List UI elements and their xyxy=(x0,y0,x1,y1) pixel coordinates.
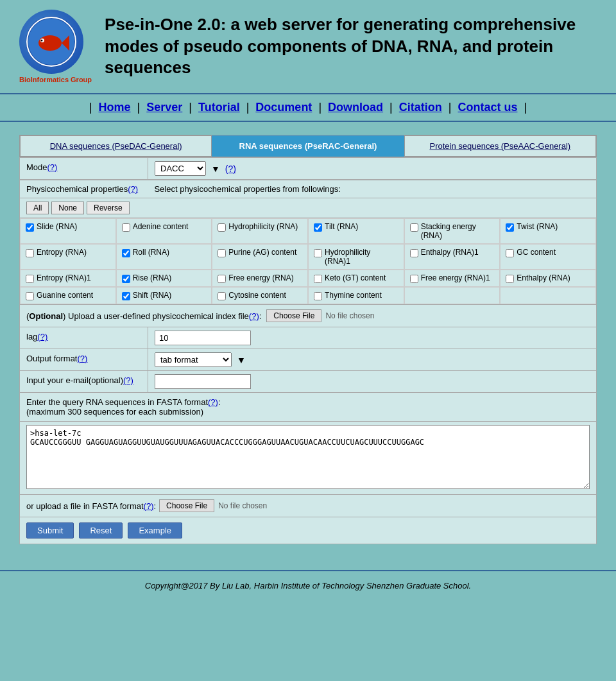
tab-dna[interactable]: DNA sequences (PseDAC-General) xyxy=(20,135,212,157)
output-format-select[interactable]: tab format csv format tsv format xyxy=(155,352,232,367)
logo-container: BioInformatics Group xyxy=(19,10,92,83)
reverse-button[interactable]: Reverse xyxy=(87,202,130,214)
checkbox-tilt-rna[interactable] xyxy=(314,223,322,232)
optional-no-file-text: No file chosen xyxy=(325,311,374,320)
prop-roll-rna: Roll (RNA) xyxy=(116,244,212,270)
output-format-value-cell: tab format csv format tsv format ▼ xyxy=(148,349,596,370)
footer: Copyright@2017 By Liu Lab, Harbin Instit… xyxy=(0,570,616,600)
prop-free-energy-rna1: Free energy (RNA)1 xyxy=(404,270,501,287)
checkbox-adenine-content[interactable] xyxy=(122,223,130,232)
fasta-file-wrapper: Choose File No file chosen xyxy=(159,499,267,512)
logo-image xyxy=(19,10,83,74)
prop-thymine-content: Thymine content xyxy=(308,287,404,304)
nav-download[interactable]: Download xyxy=(328,101,383,114)
checkbox-entropy-rna1[interactable] xyxy=(26,275,34,283)
checkbox-rise-rna[interactable] xyxy=(122,275,130,283)
checkbox-slide-rna[interactable] xyxy=(26,223,34,232)
mode-value-cell: DACC ACC AC ▼ (?) xyxy=(148,158,596,179)
logo-text: BioInformatics Group xyxy=(19,76,92,83)
optional-bold: Optional xyxy=(29,311,63,321)
checkbox-gc-content[interactable] xyxy=(506,249,514,257)
checkbox-enthalpy-rna1[interactable] xyxy=(410,249,418,257)
prop-empty2 xyxy=(500,287,596,304)
prop-purine-ag: Purine (AG) content xyxy=(212,244,308,270)
nav-home[interactable]: Home xyxy=(99,101,131,114)
checkbox-stacking-energy-rna[interactable] xyxy=(410,223,418,232)
properties-grid: Slide (RNA) Adenine content Hydrophilici… xyxy=(19,218,597,305)
site-title: Pse-in-One 2.0: a web server for generat… xyxy=(105,14,597,79)
checkbox-roll-rna[interactable] xyxy=(122,249,130,257)
mode-row: Mode(?) DACC ACC AC ▼ (?) xyxy=(19,157,597,180)
nav-contact[interactable]: Contact us xyxy=(458,101,517,114)
prop-twist-rna: Twist (RNA) xyxy=(500,218,596,244)
prop-rise-rna: Rise (RNA) xyxy=(116,270,212,287)
props-buttons-row: All None Reverse xyxy=(19,198,597,218)
mode-select[interactable]: DACC ACC AC xyxy=(155,161,206,176)
submit-button[interactable]: Submit xyxy=(26,522,74,539)
lag-input[interactable] xyxy=(155,331,251,345)
prop-adenine-content: Adenine content xyxy=(116,218,212,244)
props-help-link[interactable]: (?) xyxy=(128,184,138,194)
svg-point-5 xyxy=(41,40,43,42)
checkbox-thymine-content[interactable] xyxy=(314,292,322,300)
fasta-choose-file-button[interactable]: Choose File xyxy=(159,499,214,512)
fasta-textarea[interactable]: >hsa-let-7c GCAUCCGGGUU GAGGUAGUAGGUUGUA… xyxy=(26,425,590,489)
lag-label: lag(?) xyxy=(20,327,148,349)
prop-hydrophilicity-rna1: Hydrophilicity (RNA)1 xyxy=(308,244,404,270)
svg-point-2 xyxy=(38,35,62,51)
prop-free-energy-rna: Free energy (RNA) xyxy=(212,270,308,287)
example-button[interactable]: Example xyxy=(128,522,182,539)
fasta-no-file-text: No file chosen xyxy=(218,501,267,510)
prop-gc-content: GC content xyxy=(500,244,596,270)
checkbox-free-energy-rna[interactable] xyxy=(218,275,226,283)
checkbox-cytosine-content[interactable] xyxy=(218,292,226,300)
checkbox-free-energy-rna1[interactable] xyxy=(410,275,418,283)
all-button[interactable]: All xyxy=(26,202,49,214)
prop-entropy-rna: Entropy (RNA) xyxy=(20,244,116,270)
nav-document[interactable]: Document xyxy=(255,101,312,114)
fasta-help-link[interactable]: (?) xyxy=(208,397,218,407)
optional-help-link[interactable]: (?) xyxy=(249,311,259,321)
checkbox-hydrophilicity-rna1[interactable] xyxy=(314,249,322,257)
mode-label: Mode(?) xyxy=(20,158,148,179)
checkbox-keto-gt[interactable] xyxy=(314,275,322,283)
optional-upload-row: (Optional) Upload a user-defined physico… xyxy=(19,305,597,327)
header: BioInformatics Group Pse-in-One 2.0: a w… xyxy=(0,0,616,93)
mode-help-link[interactable]: (?) xyxy=(47,162,58,172)
nav-server[interactable]: Server xyxy=(146,101,182,114)
checkbox-enthalpy-rna[interactable] xyxy=(506,275,514,283)
prop-keto-gt: Keto (GT) content xyxy=(308,270,404,287)
lag-value-cell xyxy=(148,327,596,349)
nav-citation[interactable]: Citation xyxy=(399,101,442,114)
prop-enthalpy-rna: Enthalpy (RNA) xyxy=(500,270,596,287)
none-button[interactable]: None xyxy=(51,202,84,214)
action-buttons-row: Submit Reset Example xyxy=(19,517,597,544)
checkbox-guanine-content[interactable] xyxy=(26,292,34,300)
prop-shift-rna: Shift (RNA) xyxy=(116,287,212,304)
reset-button[interactable]: Reset xyxy=(79,522,123,539)
output-help-link[interactable]: (?) xyxy=(77,354,87,363)
email-value-cell xyxy=(148,371,596,392)
email-help-link[interactable]: (?) xyxy=(123,375,133,385)
lag-help-link[interactable]: (?) xyxy=(37,332,47,341)
mode-help2-link[interactable]: (?) xyxy=(225,164,236,174)
lag-row: lag(?) xyxy=(19,327,597,349)
nav-bar: | Home | Server | Tutorial | Document | … xyxy=(0,93,616,122)
checkbox-twist-rna[interactable] xyxy=(506,223,514,232)
email-row: Input your e-mail(optional)(?) xyxy=(19,371,597,393)
props-header: Physicochemical properties(?) Select phy… xyxy=(19,180,597,198)
prop-slide-rna: Slide (RNA) xyxy=(20,218,116,244)
prop-cytosine-content: Cytosine content xyxy=(212,287,308,304)
tab-rna[interactable]: RNA sequences (PseRAC-General) xyxy=(212,135,404,157)
nav-tutorial[interactable]: Tutorial xyxy=(198,101,240,114)
email-label: Input your e-mail(optional)(?) xyxy=(20,371,148,392)
checkbox-hydrophilicity-rna[interactable] xyxy=(218,223,226,232)
email-input[interactable] xyxy=(155,374,251,389)
prop-empty1 xyxy=(404,287,501,304)
checkbox-purine-ag[interactable] xyxy=(218,249,226,257)
checkbox-entropy-rna[interactable] xyxy=(26,249,34,257)
tab-protein[interactable]: Protein sequences (PseAAC-General) xyxy=(404,135,596,157)
checkbox-shift-rna[interactable] xyxy=(122,292,130,300)
optional-choose-file-button[interactable]: Choose File xyxy=(266,309,321,322)
fasta-upload-help-link[interactable]: (?) xyxy=(144,501,154,511)
